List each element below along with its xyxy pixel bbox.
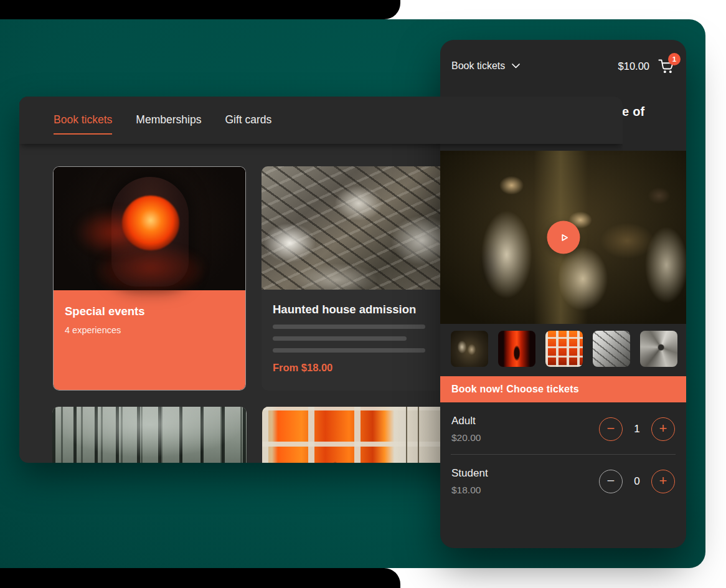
minus-icon: − xyxy=(607,474,615,488)
mobile-header: Book tickets $10.00 1 xyxy=(440,40,686,74)
ticket-row-student: Student $18.00 − 0 + xyxy=(451,455,676,506)
ticket-price: $18.00 xyxy=(451,485,488,496)
adult-quantity-stepper: − 1 + xyxy=(599,417,675,441)
thumbnail-zombie-group[interactable] xyxy=(451,331,488,367)
special-events-footer: Special events 4 experiences xyxy=(54,290,245,391)
page-canvas: Book tickets Memberships Gift cards Spec… xyxy=(0,0,726,588)
student-minus-button[interactable]: − xyxy=(599,470,623,493)
bottom-black-section xyxy=(0,568,400,588)
chevron-down-icon xyxy=(512,64,520,69)
thumbnail-red-windows[interactable] xyxy=(545,331,583,367)
card-haunted-house[interactable]: Haunted house admission From $18.00 xyxy=(262,166,448,391)
student-quantity-stepper: − 0 + xyxy=(599,470,675,493)
book-now-banner: Book now! Choose tickets xyxy=(440,376,686,402)
ticket-type-selector[interactable]: Book tickets xyxy=(451,60,520,72)
adult-quantity-value: 1 xyxy=(631,423,643,435)
thumbnail-strip xyxy=(440,324,686,367)
card-title: Haunted house admission xyxy=(273,303,437,316)
thumbnail-spiral-staircase[interactable] xyxy=(640,331,677,367)
plus-icon: + xyxy=(659,422,667,435)
ticket-name: Student xyxy=(451,467,488,480)
tab-book-tickets[interactable]: Book tickets xyxy=(54,113,112,135)
cart-icon-wrap: 1 xyxy=(658,58,675,74)
tab-gift-cards[interactable]: Gift cards xyxy=(225,113,271,135)
orange-windows-image xyxy=(262,407,460,463)
haunted-house-image xyxy=(262,166,448,290)
adult-plus-button[interactable]: + xyxy=(651,417,675,441)
ticket-row-adult: Adult $20.00 − 1 + xyxy=(451,402,676,454)
top-black-section xyxy=(0,0,400,19)
play-button[interactable] xyxy=(547,221,580,254)
card-forest-experience[interactable] xyxy=(52,407,247,463)
haunted-house-footer: Haunted house admission From $18.00 xyxy=(262,290,448,374)
tabs-bar: Book tickets Memberships Gift cards xyxy=(19,97,623,144)
thumbnail-stairwell-overhead[interactable] xyxy=(593,331,630,367)
pumpkin-body-glow xyxy=(95,243,207,293)
skeleton-text-line xyxy=(273,336,407,341)
ticket-name: Adult xyxy=(451,415,481,427)
card-special-events[interactable]: Special events 4 experiences xyxy=(53,166,246,391)
special-events-image xyxy=(54,167,245,290)
card-windows-experience[interactable] xyxy=(262,407,460,463)
ticket-list: Adult $20.00 − 1 + Student $18.00 xyxy=(440,402,686,506)
tab-memberships[interactable]: Memberships xyxy=(136,113,201,135)
event-video[interactable] xyxy=(440,151,686,324)
cart-count-badge: 1 xyxy=(668,53,681,65)
ticket-info: Adult $20.00 xyxy=(451,415,481,443)
card-price: From $18.00 xyxy=(273,362,437,374)
pumpkin-face-glow xyxy=(122,196,179,250)
thumbnail-red-doorway[interactable] xyxy=(498,331,535,367)
cart-total: $10.00 xyxy=(618,60,649,72)
card-subtitle: 4 experiences xyxy=(65,325,234,335)
adult-minus-button[interactable]: − xyxy=(599,417,623,441)
student-quantity-value: 0 xyxy=(631,475,643,488)
selector-label: Book tickets xyxy=(451,60,505,72)
ticket-info: Student $18.00 xyxy=(451,467,488,496)
minus-icon: − xyxy=(607,422,615,435)
skeleton-text-line xyxy=(273,325,425,329)
play-icon xyxy=(557,230,571,244)
skeleton-text-line xyxy=(273,348,425,353)
cart-button[interactable]: $10.00 1 xyxy=(618,58,675,74)
plus-icon: + xyxy=(659,474,667,488)
student-plus-button[interactable]: + xyxy=(651,470,675,493)
forest-image xyxy=(52,407,247,463)
ticket-price: $20.00 xyxy=(451,432,481,443)
card-title: Special events xyxy=(65,305,234,318)
